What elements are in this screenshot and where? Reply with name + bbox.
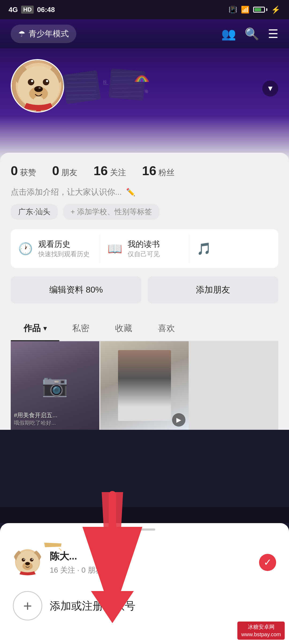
svg-point-9 [34,86,43,92]
top-navigation: ☂ 青少年模式 👥 🔍 ☰ [0,19,289,48]
my-books-title: 我的读书 [128,239,160,250]
watermark-line1: 冰糖安卓网 [241,623,281,631]
menu-icon[interactable]: ☰ [268,27,278,41]
svg-point-7 [46,80,48,82]
my-books-sub: 仅自己可见 [128,250,160,258]
friends-label: 朋友 [61,167,77,178]
svg-point-5 [43,79,49,85]
watch-history-item[interactable]: 🕐 观看历史 快速找到观看历史 [11,235,100,263]
music-icon: 🎵 [197,242,211,256]
account-name: 陈大... [50,550,259,563]
history-icon: 🕐 [18,242,33,256]
edit-profile-button[interactable]: 编辑资料 80% [11,277,141,303]
svg-point-4 [28,79,34,85]
sheet-backdrop[interactable] [0,507,289,523]
bio-row[interactable]: 点击添加介绍，让大家认识你... ✏️ [11,187,278,198]
add-account-icon: + [13,591,42,620]
status-bar: 4G HD 06:48 📳 📶 ⚡ [0,0,289,19]
edit-bio-icon[interactable]: ✏️ [126,188,135,197]
friends-stat[interactable]: 0 朋友 [52,163,78,178]
status-left: 4G HD 06:48 [9,6,55,14]
profile-card: 0 获赞 0 朋友 16 关注 16 粉丝 点击添加介绍，让大家认识你... ✏… [0,153,289,430]
friends-count: 0 [52,163,59,178]
profile-banner: 拉 瑜 ▼ [0,48,289,161]
following-stat[interactable]: 16 关注 [93,163,126,178]
friends-icon[interactable]: 👥 [221,27,236,41]
add-friend-button[interactable]: 添加朋友 [148,277,278,303]
following-count: 16 [93,163,108,178]
followers-stat[interactable]: 16 粉丝 [142,163,174,178]
svg-point-12 [39,87,41,89]
search-icon[interactable]: 🔍 [245,27,259,41]
tab-likes[interactable]: 喜欢 [145,316,188,341]
content-tag-1: #用美食开启五... [14,411,96,419]
content-overlay-1: #用美食开启五... 哦假期吃了哈好... [14,411,96,427]
stats-row: 0 获赞 0 朋友 16 关注 16 粉丝 [11,163,278,178]
music-item[interactable]: 🎵 [189,235,278,263]
tab-works-dropdown[interactable]: ▾ [43,325,47,332]
watermark: 冰糖安卓网 www.bstpay.com [237,622,285,640]
svg-point-23 [30,558,33,562]
content-sub-1: 哦假期吃了哈好... [14,419,96,427]
tab-favorites[interactable]: 收藏 [102,316,145,341]
dropdown-button[interactable]: ▼ [262,80,278,97]
likes-count: 0 [11,163,18,178]
content-item-2[interactable]: ▶ [100,341,189,430]
account-avatar [13,548,42,577]
tab-private[interactable]: 私密 [59,316,102,341]
svg-text:瑜: 瑜 [144,89,148,93]
svg-point-25 [32,559,33,560]
tab-works[interactable]: 作品 ▾ [11,316,59,341]
svg-point-24 [24,559,25,560]
add-tags-button[interactable]: + 添加学校、性别等标签 [63,204,159,220]
hd-badge: HD [21,6,34,14]
watch-history-sub: 快速找到观看历史 [38,250,90,258]
tab-private-label: 私密 [72,323,89,334]
tags-row: 广东·汕头 + 添加学校、性别等标签 [11,204,278,220]
svg-point-27 [25,562,30,565]
watch-history-title: 观看历史 [38,239,90,250]
followers-count: 16 [142,163,156,178]
battery-indicator [253,7,267,13]
time-display: 06:48 [37,6,55,14]
likes-stat[interactable]: 0 获赞 [11,163,36,178]
lightning-icon: ⚡ [271,5,280,14]
watch-history-text: 观看历史 快速找到观看历史 [38,239,90,258]
svg-text:拉: 拉 [103,80,107,84]
play-indicator: ▶ [172,413,185,427]
content-item-1[interactable]: 📷 #用美食开启五... 哦假期吃了哈好... [11,341,99,430]
my-books-item[interactable]: 📖 我的读书 仅自己可见 [100,235,189,263]
camera-icon: 📷 [41,373,68,398]
following-label: 关注 [110,167,126,178]
account-info: 陈大... 16 关注 · 0 朋友 [50,550,259,575]
account-selected-check: ✓ [259,554,276,571]
add-account-label: 添加或注册新账号 [50,599,135,613]
umbrella-icon: ☂ [18,29,25,39]
book-icon: 📖 [108,242,122,256]
tab-likes-label: 喜欢 [158,323,175,334]
watermark-line2: www.bstpay.com [241,631,281,638]
profile-avatar[interactable] [11,59,64,113]
chevron-down-icon: ▼ [267,84,274,93]
tab-works-label: 作品 [24,323,41,334]
my-books-text: 我的读书 仅自己可见 [128,239,160,258]
wifi-icon: 📶 [241,6,249,14]
account-stats: 16 关注 · 0 朋友 [50,565,259,575]
svg-point-22 [22,558,25,562]
youth-mode-label: 青少年模式 [29,28,69,39]
followers-label: 粉丝 [158,167,174,178]
vibrate-icon: 📳 [229,6,237,14]
likes-label: 获赞 [20,167,36,178]
location-tag[interactable]: 广东·汕头 [11,204,58,220]
signal-4g: 4G [9,6,18,14]
svg-point-10 [35,89,38,91]
status-right: 📳 📶 ⚡ [229,5,280,14]
svg-point-11 [39,89,42,91]
scribble-decoration: 拉 瑜 [62,64,155,118]
youth-mode-button[interactable]: ☂ 青少年模式 [11,25,76,43]
account-item[interactable]: 陈大... 16 关注 · 0 朋友 ✓ [0,541,289,584]
tabs-row: 作品 ▾ 私密 收藏 喜欢 [11,316,278,341]
quick-access-row: 🕐 观看历史 快速找到观看历史 📖 我的读书 仅自己可见 🎵 [11,229,278,268]
tab-favorites-label: 收藏 [115,323,132,334]
bio-text: 点击添加介绍，让大家认识你... [11,187,122,198]
